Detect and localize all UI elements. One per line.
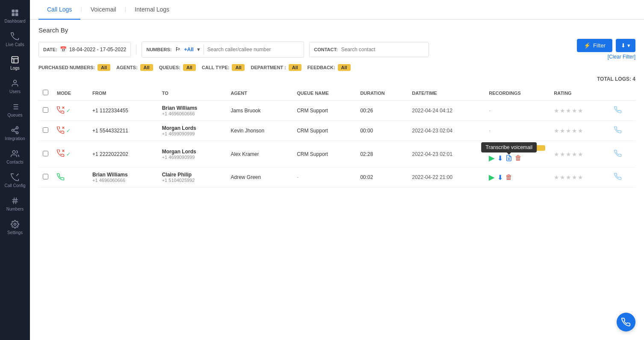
svg-point-14 [16, 127, 18, 129]
recordings-cell-3: VOICEMAIL ▶ ⬇ Transcribe voicemail [484, 141, 549, 167]
queues-badge[interactable]: All [183, 64, 196, 71]
date-filter[interactable]: DATE: 📅 18-04-2022 - 17-05-2022 [38, 42, 131, 57]
page-title: Search By [38, 26, 635, 34]
svg-point-16 [16, 132, 18, 134]
voicemail-badge-3: VOICEMAIL [489, 145, 545, 151]
svg-rect-3 [15, 13, 18, 16]
svg-rect-1 [15, 10, 18, 13]
feedback-badge[interactable]: All [338, 64, 351, 71]
svg-rect-2 [12, 13, 15, 16]
stars-4[interactable]: ★★★★★ [554, 174, 584, 181]
stars-2[interactable]: ★★★★★ [554, 127, 584, 134]
queue-cell-1: CRM Support [292, 101, 356, 121]
recordings-cell-1: - [484, 101, 549, 121]
queue-cell-3: CRM Support [292, 141, 356, 167]
sidebar-item-dashboard[interactable]: Dashboard [0, 4, 30, 28]
play-button-3[interactable]: ▶ [489, 153, 495, 163]
queue-cell-4: - [292, 167, 356, 188]
row-checkbox-4[interactable] [43, 174, 48, 179]
filter-button[interactable]: ⚡ Filter [577, 39, 612, 52]
transcribe-button-3[interactable] [505, 155, 512, 161]
main-content: Call Logs | Voicemail | Internal Logs Se… [30, 0, 644, 340]
filter-divider-1 [136, 44, 136, 55]
sidebar-item-queues[interactable]: Queues [0, 98, 30, 122]
delete-recording-button-4[interactable]: 🗑 [505, 173, 512, 181]
recordings-cell-4: ▶ ⬇ 🗑 [484, 167, 549, 188]
action-cell-1 [610, 101, 635, 121]
tabs-bar: Call Logs | Voicemail | Internal Logs [30, 0, 644, 20]
col-duration: DURATION [356, 85, 408, 101]
table-wrap: MODE FROM TO AGENT QUEUE NAME DURATION D… [38, 85, 635, 188]
sidebar-item-live-calls[interactable]: Live Calls [0, 28, 30, 51]
to-cell-2: Morgan Lords +1 4699090999 [158, 121, 227, 141]
sidebar-item-logs[interactable]: Logs [0, 51, 30, 75]
phone-action-icon-1[interactable] [614, 108, 622, 115]
col-agent: AGENT [226, 85, 292, 101]
tab-voicemail[interactable]: Voicemail [82, 0, 125, 20]
sidebar-item-numbers[interactable]: Numbers [0, 192, 30, 216]
recordings-cell-2: - [484, 121, 549, 141]
col-queue: QUEUE NAME [292, 85, 356, 101]
contact-filter[interactable]: CONTACT: [309, 42, 429, 57]
numbers-dropdown-icon: ▾ [197, 46, 200, 53]
check-icon-1: ✓ [66, 108, 71, 114]
department-badge[interactable]: All [289, 64, 301, 71]
stars-3[interactable]: ★★★★★ [554, 151, 584, 158]
numbers-filter[interactable]: NUMBERS: 🏳 +All ▾ [142, 41, 304, 58]
contact-search-input[interactable] [341, 47, 405, 53]
stars-1[interactable]: ★★★★★ [554, 107, 584, 114]
sidebar-item-call-config[interactable]: Call Config [0, 169, 30, 192]
col-from: FROM [88, 85, 158, 101]
svg-point-25 [14, 223, 16, 226]
tab-internal-logs[interactable]: Internal Logs [126, 0, 178, 20]
sidebar-item-integration[interactable]: Integration [0, 122, 30, 145]
delete-recording-button-3[interactable]: 🗑 [515, 154, 522, 162]
phone-action-icon-2[interactable] [614, 128, 622, 135]
row-checkbox-1[interactable] [43, 107, 48, 113]
phone-action-icon-3[interactable] [614, 151, 622, 158]
from-cell-4: Brian Williams +1 4696060666 [88, 167, 158, 188]
numbers-all: +All [184, 47, 194, 53]
agent-cell-3: Alex Kramer [226, 141, 292, 167]
select-all-checkbox[interactable] [43, 90, 48, 95]
check-icon-2: ✓ [66, 128, 71, 134]
fab-call-button[interactable] [617, 313, 635, 331]
agents-badge[interactable]: All [140, 64, 153, 71]
row-checkbox-2[interactable] [43, 127, 48, 133]
call-type-badge[interactable]: All [232, 64, 245, 71]
download-button[interactable]: ⬇ ▾ [616, 39, 635, 52]
svg-rect-4 [12, 57, 18, 63]
row-checkbox-3[interactable] [43, 151, 48, 156]
table-row: ✓ +1 1122334455 Brian Williams +1 469606… [38, 101, 635, 121]
svg-point-15 [12, 129, 14, 132]
mode-cell-3: ✓ [57, 149, 84, 158]
agent-cell-2: Kevin Jhonson [226, 121, 292, 141]
check-icon-3: ✓ [66, 151, 71, 157]
sidebar-item-contacts[interactable]: Contacts [0, 145, 30, 169]
svg-point-19 [12, 151, 15, 154]
svg-line-23 [14, 198, 15, 204]
datetime-cell-2: 2022-04-23 02:04 [408, 121, 484, 141]
download-recording-button-3[interactable]: ⬇ [497, 154, 503, 162]
sidebar-item-settings[interactable]: Settings [0, 216, 30, 239]
clear-filter-link[interactable]: [Clear Filter] [608, 54, 635, 60]
recording-actions-4: ▶ ⬇ 🗑 [489, 173, 545, 182]
play-button-4[interactable]: ▶ [489, 173, 495, 182]
numbers-search-input[interactable] [207, 47, 293, 53]
sub-filter-feedback: FEEDBACK: All [307, 64, 351, 71]
call-logs-table: MODE FROM TO AGENT QUEUE NAME DURATION D… [38, 85, 635, 188]
datetime-cell-1: 2022-04-24 04:12 [408, 101, 484, 121]
purchased-numbers-badge[interactable]: All [97, 64, 110, 71]
numbers-label: NUMBERS: [146, 47, 171, 52]
calendar-icon: 📅 [60, 46, 67, 53]
download-recording-button-4[interactable]: ⬇ [497, 173, 503, 182]
col-to: TO [158, 85, 227, 101]
missed-call-icon [57, 106, 65, 115]
duration-cell-3: 02:28 [356, 141, 408, 167]
col-action [610, 85, 635, 101]
to-cell-1: Brian Williams +1 4696060666 [158, 101, 227, 121]
phone-action-icon-4[interactable] [614, 174, 622, 182]
tab-call-logs[interactable]: Call Logs [38, 0, 80, 20]
from-cell-1: +1 1122334455 [88, 101, 158, 121]
sidebar-item-users[interactable]: Users [0, 75, 30, 98]
